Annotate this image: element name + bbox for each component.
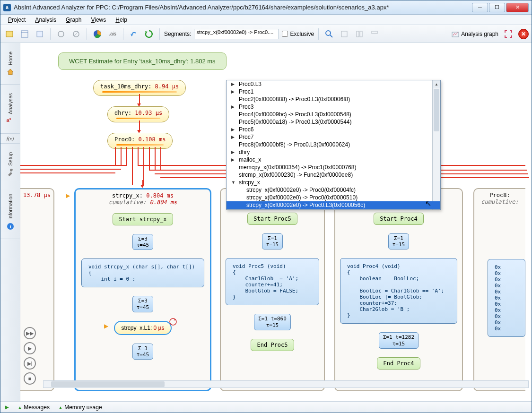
playback-controls: ▶▶ ▶ ▶| ■ (24, 327, 36, 385)
svg-rect-0 (6, 31, 13, 37)
ais-icon[interactable]: .ais (106, 28, 119, 40)
end-proc5[interactable]: End Proc5 (251, 339, 294, 351)
panel-proc5[interactable]: Proc5: 8.6 µs cumulative: 8.6 µs Start P… (220, 188, 325, 391)
maximize-button[interactable]: ☐ (489, 3, 505, 12)
status-messages[interactable]: Messages (24, 404, 50, 411)
svg-rect-11 (357, 31, 359, 37)
dropdown-item[interactable]: strcmp_x(0xf0000230) -> Func2(0xf0000ee8… (227, 171, 440, 179)
svg-rect-13 (372, 31, 377, 34)
sigma-1: Σ=3τ=45 (132, 234, 154, 250)
toolbar-btn-tool2[interactable] (353, 28, 366, 40)
dropdown-item[interactable]: Proc5(0xf0000a18) -> Proc0.L3(0xf0000544… (227, 118, 440, 126)
toolbar-btn-3[interactable] (34, 28, 46, 40)
toolbar-btn-5[interactable] (70, 28, 82, 40)
home-icon (7, 68, 14, 76)
segments-dropdown[interactable]: ▲▼ ▶Proc0.L3▶Proc1Proc2(0xf0000888) -> P… (226, 80, 441, 210)
code-proc8: 0x 0x 0x 0x 0x 0x 0x 0x 0x 0x 0x (488, 259, 525, 337)
dropdown-item[interactable]: Proc2(0xf0000888) -> Proc0.L3(0xf00006f8… (227, 95, 440, 103)
svg-rect-12 (360, 31, 362, 37)
panel-strcpy-x[interactable]: strcpy_x: 0.804 ms cumulative: 0.804 ms … (74, 188, 211, 391)
pie-chart-icon[interactable] (91, 28, 104, 40)
frag-left-hdr: 13.78 µs (20, 189, 53, 201)
toolbar-btn-tool3[interactable] (368, 28, 381, 40)
dropdown-item[interactable]: Proc4(0xf00009bc) -> Proc0.L3(0xf0000548… (227, 111, 440, 118)
code-proc4: void Proc4 (void) { boolean BoolLoc; Boo… (340, 258, 457, 324)
dropdown-item[interactable]: ▶malloc_x (227, 156, 440, 163)
dropdown-item[interactable]: memcpy_x(0xf0000354) -> Proc1(0xf0000768… (227, 163, 440, 171)
dropdown-item[interactable]: ▶Proc6 (227, 126, 440, 133)
toolbar-btn-4[interactable] (55, 28, 67, 40)
status-memory[interactable]: Memory usage (64, 404, 102, 411)
svg-point-4 (58, 31, 64, 37)
minimize-button[interactable]: ─ (472, 3, 488, 12)
close-button[interactable]: ✕ (506, 3, 529, 12)
start-proc4[interactable]: Start Proc4 (374, 213, 423, 225)
step-button[interactable]: ▶| (24, 357, 36, 370)
dropdown-item[interactable]: strcpy_x(0xf00002e0) -> Proc0.L3(0xf0000… (227, 201, 440, 209)
fx-button[interactable]: f(x) (0, 134, 20, 144)
dropdown-item[interactable]: ▶Proc3 (227, 103, 440, 111)
dropdown-item[interactable]: ▶Proc7 (227, 133, 440, 141)
toolbar-btn-1[interactable] (3, 28, 16, 40)
pointer-icon: ▶ (66, 192, 70, 199)
info-icon: i (7, 223, 14, 230)
undo-icon[interactable] (128, 28, 140, 40)
segments-combo[interactable]: strcpy_x(0xf00002e0) -> Proc0.... (194, 29, 279, 39)
menu-help[interactable]: Help (112, 16, 131, 24)
loop-icon (168, 317, 178, 327)
refresh-icon[interactable] (143, 28, 155, 40)
analysis-graph-label: Analysis graph (461, 31, 498, 37)
dropdown-item[interactable]: strcpy_x(0xf00002e0) -> Proc0(0xf0000510… (227, 194, 440, 201)
start-proc5[interactable]: Start Proc5 (247, 213, 297, 225)
menu-graph[interactable]: Graph (62, 16, 85, 24)
exclusive-checkbox[interactable]: Exclusive (282, 31, 314, 37)
wcet-banner: WCET Estimate for Entry 'task_10ms_dhry'… (58, 52, 227, 70)
menubar: PProjectroject Analysis Graph Views Help (0, 15, 532, 25)
panel-proc4[interactable]: Proc4: 12.82 µs cumulative: 12.82 µs Sta… (334, 188, 463, 391)
tab-setup[interactable]: Setup (0, 144, 20, 185)
svg-line-6 (74, 32, 78, 36)
titlebar: a AbsInt Advanced Analyzer for PPC: C:/P… (0, 0, 532, 15)
svg-rect-1 (21, 31, 28, 37)
dropdown-item[interactable]: Proc8(0xf0000bf8) -> Proc0.L3(0xf0000624… (227, 141, 440, 148)
play-button[interactable]: ▶ (24, 342, 36, 354)
dropdown-item[interactable]: ▶Proc1 (227, 88, 440, 95)
dropdown-item[interactable]: strcpy_x(0xf00002e0) -> Proc0(0xf00004fc… (227, 186, 440, 194)
node-proc0[interactable]: Proc0: 0.108 ms (107, 133, 173, 149)
sigma-3: Σ=3τ=45 (132, 344, 154, 360)
tab-information[interactable]: Information i (0, 185, 20, 239)
end-proc4[interactable]: End Proc4 (377, 357, 420, 370)
node-task[interactable]: task_10ms_dhry: 8.94 µs (93, 80, 186, 96)
dropdown-item[interactable]: ▶Proc0.L3 (227, 80, 440, 88)
close-view-button[interactable]: ✕ (518, 29, 529, 39)
window-title: AbsInt Advanced Analyzer for PPC: C:/Pro… (14, 4, 472, 11)
run-icon[interactable]: ▶ (5, 404, 9, 410)
zoom-icon[interactable] (323, 28, 335, 40)
menu-project[interactable]: PProjectroject (4, 16, 29, 24)
wrench-icon (7, 169, 14, 176)
toolbar-btn-2[interactable] (18, 28, 31, 40)
dropdown-item[interactable]: ▶task_10ms_dhry (227, 209, 440, 210)
dropdown-item[interactable]: ▼strcpy_x (227, 179, 440, 186)
play-fwd-button[interactable]: ▶▶ (24, 327, 36, 339)
node-strcpy-l1[interactable]: strcpy_x.L1: 0 µs (114, 321, 172, 335)
stop-button[interactable]: ■ (24, 372, 36, 385)
tab-analyses[interactable]: Analyses a³ (0, 85, 20, 134)
node-dhry[interactable]: dhry: 10.93 µs (107, 106, 169, 122)
svg-line-9 (330, 35, 332, 37)
a3-icon: a³ (7, 117, 14, 125)
panel-proc8[interactable]: Proc8: cumulative: 0x 0x 0x 0x 0x 0x 0x … (473, 188, 525, 391)
menu-views[interactable]: Views (87, 16, 110, 24)
fullscreen-icon[interactable] (502, 28, 515, 40)
side-tabs: Home Analyses a³ f(x) Setup Information … (0, 43, 20, 401)
toolbar-btn-tool1[interactable] (338, 28, 350, 40)
menu-analysis[interactable]: Analysis (31, 16, 60, 24)
horizontal-scrollbar[interactable] (43, 380, 529, 388)
code-strcpy: void strcpy_x (char s[], char t[]) { int… (81, 258, 204, 287)
analysis-graph-button[interactable]: Analysis graph (452, 30, 498, 38)
exclusive-input[interactable] (282, 31, 288, 37)
code-proc5: void Proc5 (void) { Char1Glob = 'A'; cou… (226, 258, 319, 305)
dropdown-item[interactable]: ▶dhry (227, 148, 440, 156)
start-strcpy[interactable]: Start strcpy_x (113, 213, 173, 225)
tab-home[interactable]: Home (0, 43, 20, 85)
